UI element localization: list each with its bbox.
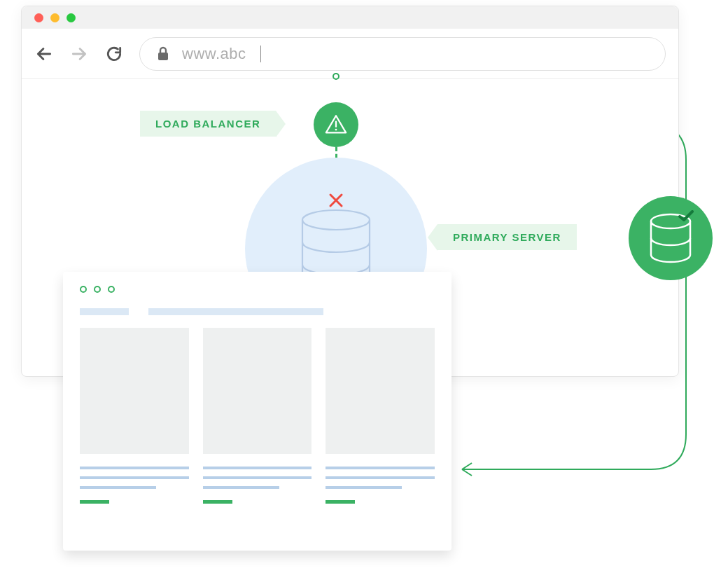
website-wireframe: [63, 272, 451, 551]
load-balancer-label-text: LOAD BALANCER: [155, 118, 260, 130]
accent-bar: [80, 500, 109, 504]
close-dot-icon[interactable]: [34, 13, 43, 22]
wireframe-titlebar: [80, 286, 435, 293]
text-cursor: [260, 46, 261, 62]
wireframe-dot-icon: [94, 286, 101, 293]
wireframe-column: [80, 328, 189, 504]
window-titlebar: [22, 6, 678, 29]
svg-point-6: [651, 214, 690, 228]
svg-rect-0: [158, 53, 168, 60]
text-line: [80, 467, 189, 469]
reload-button[interactable]: [104, 44, 124, 64]
navbar: www.abc: [22, 29, 678, 79]
header-placeholder: [148, 308, 323, 315]
maximize-dot-icon[interactable]: [66, 13, 76, 22]
text-line: [203, 476, 312, 479]
wireframe-dot-icon: [108, 286, 115, 293]
wireframe-header: [80, 308, 435, 315]
wireframe-dot-icon: [80, 286, 87, 293]
minimize-dot-icon[interactable]: [50, 13, 59, 22]
reload-icon: [105, 45, 123, 63]
text-line: [80, 476, 189, 479]
text-line: [80, 486, 156, 489]
failure-x-icon: [328, 193, 344, 208]
accent-bar: [203, 500, 232, 504]
text-line: [203, 486, 279, 489]
address-url: www.abc: [182, 45, 246, 63]
lock-icon: [157, 46, 169, 62]
wireframe-column: [326, 328, 435, 504]
header-placeholder: [80, 308, 129, 315]
wireframe-column: [203, 328, 312, 504]
secondary-server-node: [629, 196, 713, 280]
load-balancer-label: LOAD BALANCER: [140, 111, 276, 137]
back-button[interactable]: [34, 44, 54, 64]
primary-server-label-text: PRIMARY SERVER: [453, 231, 561, 243]
accent-bar: [326, 500, 355, 504]
content-block: [326, 328, 435, 454]
text-line: [326, 467, 435, 469]
content-block: [80, 328, 189, 454]
warning-icon: [324, 113, 348, 137]
svg-point-2: [335, 129, 337, 131]
wireframe-columns: [80, 328, 435, 504]
content-block: [203, 328, 312, 454]
arrow-left-icon: [35, 45, 53, 63]
load-balancer-node: [314, 102, 358, 147]
forward-button[interactable]: [69, 44, 89, 64]
connector-node-icon: [332, 73, 340, 80]
text-line: [326, 486, 402, 489]
text-line: [326, 476, 435, 479]
arrow-right-icon: [70, 45, 88, 63]
database-ok-icon: [646, 210, 695, 266]
svg-point-5: [302, 210, 370, 230]
address-bar[interactable]: www.abc: [139, 37, 666, 71]
text-line: [203, 467, 312, 469]
primary-server-label: PRIMARY SERVER: [438, 224, 577, 250]
